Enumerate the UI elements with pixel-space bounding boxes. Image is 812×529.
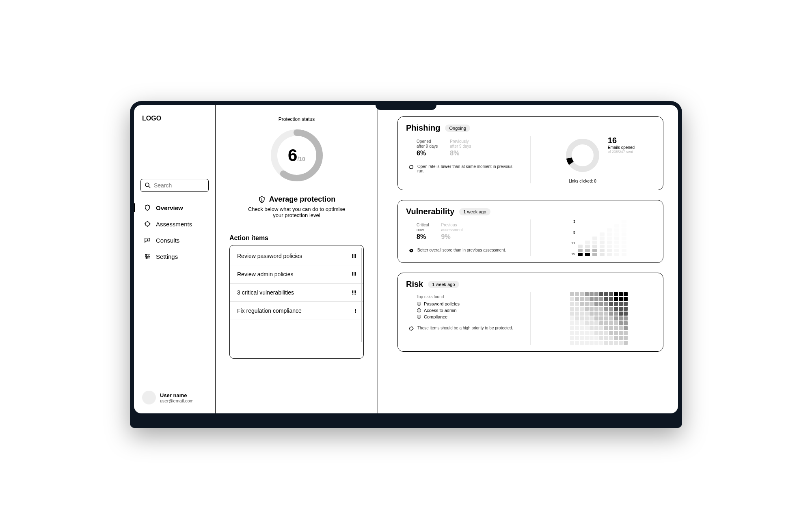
cards-column: Phishing Ongoing Opened after 9 days 6% bbox=[378, 105, 678, 413]
badge-check-filled-icon bbox=[408, 248, 414, 254]
shield-alert-icon bbox=[258, 196, 266, 204]
svg-point-13 bbox=[148, 256, 149, 257]
laptop-frame: LOGO Overview Assessments Consults bbox=[130, 101, 682, 428]
vuln-prev-metric: Previous assessment 9% bbox=[441, 223, 463, 241]
phishing-badge: Ongoing bbox=[445, 125, 470, 132]
risk-list-item: Password policies bbox=[417, 301, 518, 307]
badge-icon bbox=[408, 326, 414, 332]
phishing-card[interactable]: Phishing Ongoing Opened after 9 days 6% bbox=[397, 116, 663, 190]
alert-circle-icon bbox=[417, 308, 421, 313]
protection-status-desc: Check below what you can do to optimise … bbox=[248, 206, 346, 218]
vulnerability-badge: 1 week ago bbox=[459, 208, 490, 215]
action-item-label: Fix regulation compliance bbox=[237, 308, 302, 314]
phishing-count-sub: of 235/247 sent bbox=[608, 150, 635, 154]
avatar bbox=[142, 391, 156, 404]
laptop-notch bbox=[376, 101, 436, 110]
nav-assessments-label: Assessments bbox=[156, 221, 192, 228]
badge-check-icon bbox=[408, 165, 414, 170]
protection-status-title-row: Average protection bbox=[258, 195, 335, 204]
risk-list-item: Access to admin bbox=[417, 307, 518, 314]
risk-top-label: Top risks found bbox=[406, 295, 518, 299]
svg-point-19 bbox=[564, 136, 602, 175]
user-text: User name user@email.com bbox=[160, 392, 194, 403]
svg-point-0 bbox=[145, 183, 149, 187]
svg-point-29 bbox=[419, 318, 419, 318]
user-name: User name bbox=[160, 392, 194, 398]
sidebar: LOGO Overview Assessments Consults bbox=[134, 105, 215, 413]
risk-card[interactable]: Risk 1 week ago Top risks found Password… bbox=[397, 273, 663, 352]
svg-point-14 bbox=[146, 257, 147, 258]
vulnerability-card[interactable]: Vulnerability 1 week ago Critical now 8% bbox=[397, 200, 663, 263]
phishing-opened-metric: Opened after 9 days 6% bbox=[417, 139, 438, 157]
action-items-title: Action items bbox=[229, 234, 268, 242]
vuln-insight: Better overall score than in previous as… bbox=[406, 248, 518, 254]
action-items-box[interactable]: Review password policies !!! Review admi… bbox=[229, 245, 364, 359]
logo: LOGO bbox=[140, 115, 209, 122]
svg-point-18 bbox=[261, 200, 262, 201]
phishing-count: 16 bbox=[608, 136, 635, 145]
main: Protection status 6/10 Average protectio… bbox=[215, 105, 678, 413]
gauge-outof: /10 bbox=[297, 156, 305, 162]
risk-heatmap bbox=[570, 292, 628, 345]
action-item[interactable]: Review admin policies !!! bbox=[230, 265, 363, 284]
svg-point-26 bbox=[419, 311, 419, 312]
gauge-value: 6/10 bbox=[288, 146, 305, 165]
risk-list: Password policies Access to admin Compli… bbox=[406, 301, 518, 320]
nav-settings[interactable]: Settings bbox=[140, 249, 209, 264]
search-icon bbox=[144, 182, 151, 189]
chat-icon bbox=[144, 237, 151, 244]
metric-label: Previous assessment bbox=[441, 223, 463, 232]
risk-badge: 1 week ago bbox=[428, 281, 459, 288]
sliders-icon bbox=[144, 253, 151, 260]
nav-consults-label: Consults bbox=[156, 237, 179, 244]
user-email: user@email.com bbox=[160, 398, 194, 403]
user-block[interactable]: User name user@email.com bbox=[140, 388, 209, 407]
nav-consults[interactable]: Consults bbox=[140, 232, 209, 248]
svg-line-1 bbox=[149, 186, 150, 188]
action-item[interactable]: 3 critical vulnerabilities !!! bbox=[230, 284, 363, 302]
svg-point-12 bbox=[146, 254, 147, 256]
action-item-severity: ! bbox=[354, 308, 356, 314]
metric-value: 8% bbox=[417, 233, 429, 241]
search-input[interactable] bbox=[140, 179, 209, 192]
phishing-insight: Open rate is lower than at same moment i… bbox=[406, 164, 518, 173]
gauge-score: 6 bbox=[288, 146, 297, 165]
vulnerability-title: Vulnerability bbox=[406, 207, 454, 216]
nav-overview-label: Overview bbox=[156, 204, 183, 211]
protection-column: Protection status 6/10 Average protectio… bbox=[216, 105, 378, 413]
shield-icon bbox=[144, 204, 151, 211]
nav: Overview Assessments Consults Settings bbox=[140, 200, 209, 264]
action-item-label: Review password policies bbox=[237, 253, 302, 259]
protection-gauge: 6/10 bbox=[268, 127, 325, 184]
action-item-label: 3 critical vulnerabilities bbox=[237, 289, 294, 296]
alert-circle-icon bbox=[417, 314, 421, 319]
vuln-critical-metric: Critical now 8% bbox=[417, 223, 429, 241]
alert-circle-icon bbox=[417, 301, 421, 306]
action-item[interactable]: Fix regulation compliance ! bbox=[230, 302, 363, 320]
phishing-donut bbox=[563, 136, 602, 175]
metric-label: Opened after 9 days bbox=[417, 139, 438, 149]
nav-assessments[interactable]: Assessments bbox=[140, 216, 209, 232]
search-field[interactable] bbox=[154, 182, 205, 189]
nav-overview[interactable]: Overview bbox=[140, 200, 209, 215]
risk-title: Risk bbox=[406, 280, 423, 289]
phishing-count-label: Emails opened bbox=[608, 145, 635, 150]
action-item[interactable]: Review password policies !!! bbox=[230, 247, 363, 265]
phishing-stats: 16 Emails opened of 235/247 sent bbox=[608, 136, 635, 154]
phishing-links-clicked: Links clicked: 0 bbox=[569, 179, 596, 183]
vuln-axis-labels: 3 5 11 19 bbox=[571, 219, 575, 256]
phishing-prev-metric: Previously after 9 days 8% bbox=[450, 139, 471, 157]
action-item-severity: !!! bbox=[352, 271, 356, 277]
metric-value: 8% bbox=[450, 150, 471, 157]
metric-value: 9% bbox=[441, 233, 463, 241]
metric-value: 6% bbox=[417, 150, 438, 157]
donut-icon bbox=[555, 128, 610, 183]
phishing-title: Phishing bbox=[406, 123, 440, 133]
app-screen: LOGO Overview Assessments Consults bbox=[134, 105, 678, 413]
action-item-severity: !!! bbox=[352, 253, 356, 259]
action-item-severity: !!! bbox=[352, 289, 356, 296]
risk-insight: These items should be a high priority to… bbox=[406, 326, 518, 332]
protection-status-label: Protection status bbox=[279, 116, 315, 122]
risk-list-item: Compliance bbox=[417, 314, 518, 320]
metric-label: Critical now bbox=[417, 223, 429, 232]
